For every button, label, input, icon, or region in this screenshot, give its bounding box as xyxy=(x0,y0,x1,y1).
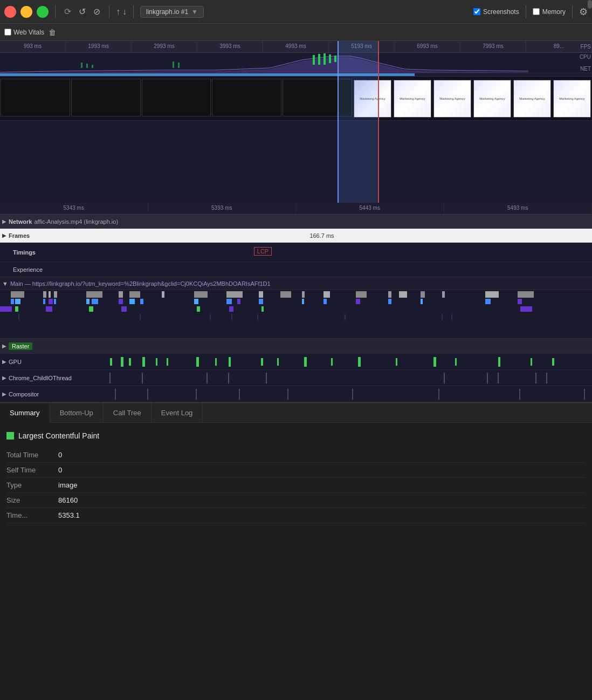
upload-area: ↑ ↓ xyxy=(116,7,127,17)
memory-toggle[interactable]: Memory xyxy=(533,8,566,16)
io-label: Chrome_ChildIOThread xyxy=(9,375,72,381)
webvitals-label: Web Vitals xyxy=(13,29,44,36)
tab-call-tree[interactable]: Call Tree xyxy=(104,403,152,422)
raster-label: Raster xyxy=(9,342,32,350)
main-thread-activity xyxy=(0,290,592,339)
upload-button[interactable]: ↑ xyxy=(116,7,120,17)
ss-text-3: Marketing Agency xyxy=(439,97,465,100)
recording-selector[interactable]: linkgraph.io #1 ▼ xyxy=(140,6,204,18)
close-button[interactable] xyxy=(4,6,16,18)
main-thread-expand[interactable]: ▼ xyxy=(2,280,8,287)
settings-button[interactable]: ⚙ xyxy=(579,6,588,18)
screenshot-6-img: Marketing Agency xyxy=(554,80,590,117)
gpu-row: ▶ GPU xyxy=(0,354,592,370)
memory-checkbox[interactable] xyxy=(533,8,540,15)
gpu-content xyxy=(99,354,592,369)
maximize-button[interactable] xyxy=(37,6,49,18)
svg-rect-16 xyxy=(119,291,123,298)
recording-label-text: linkgraph.io #1 xyxy=(146,8,188,16)
reload-button[interactable]: ↺ xyxy=(77,5,88,18)
svg-rect-30 xyxy=(485,291,499,298)
screenshot-6: Marketing Agency xyxy=(553,80,591,118)
overview-timeline: 993 ms 1993 ms 2993 ms 3993 ms 4993 ms 5… xyxy=(0,41,592,203)
svg-rect-52 xyxy=(518,299,522,304)
type-label: Type xyxy=(6,481,50,489)
svg-rect-75 xyxy=(167,358,168,366)
ss-empty-4 xyxy=(212,79,281,116)
self-time-value: 0 xyxy=(58,466,62,474)
compositor-expand[interactable]: ▶ xyxy=(2,391,6,397)
screenshot-5: Marketing Agency xyxy=(513,80,551,118)
divider-5 xyxy=(572,5,573,18)
ss-text-6: Marketing Agency xyxy=(559,97,585,100)
frames-expand[interactable]: ▶ xyxy=(2,232,6,238)
svg-rect-19 xyxy=(194,291,208,298)
network-row: ▶ Network affic-Analysis.mp4 (linkgraph.… xyxy=(0,215,592,229)
minimize-button[interactable] xyxy=(20,6,32,18)
svg-rect-59 xyxy=(229,306,233,312)
svg-rect-88 xyxy=(531,358,532,366)
svg-rect-11 xyxy=(11,291,24,298)
network-label: Network xyxy=(9,218,32,225)
io-content xyxy=(99,370,592,386)
network-expand[interactable]: ▶ xyxy=(2,218,6,224)
svg-rect-33 xyxy=(15,299,20,304)
gpu-label-area: ▶ GPU xyxy=(2,359,99,365)
self-time-label: Self Time xyxy=(6,466,50,474)
fps-chart: // Generate fps bars inline via JS below xyxy=(0,53,592,73)
svg-rect-21 xyxy=(259,291,263,298)
raster-expand[interactable]: ▶ xyxy=(2,343,6,349)
io-expand[interactable]: ▶ xyxy=(2,375,6,381)
ss-empty-3 xyxy=(142,79,211,116)
webvitals-toggle[interactable]: Web Vitals xyxy=(4,29,44,36)
svg-rect-48 xyxy=(356,299,360,304)
net-row xyxy=(0,73,592,77)
svg-rect-29 xyxy=(442,291,445,298)
type-row: Type image xyxy=(6,478,586,493)
svg-rect-76 xyxy=(196,357,199,367)
lcp-label: LCP xyxy=(257,248,269,255)
divider-4 xyxy=(526,5,526,18)
net-bar xyxy=(0,73,415,76)
fps-axis-label: FPS xyxy=(581,41,591,53)
zoom-tick-0: 5343 ms xyxy=(0,203,148,214)
svg-rect-25 xyxy=(356,291,367,298)
svg-rect-22 xyxy=(280,291,291,298)
svg-rect-17 xyxy=(129,291,140,298)
webvitals-checkbox[interactable] xyxy=(4,29,11,36)
screenshots-toggle[interactable]: Screenshots xyxy=(473,8,519,16)
download-button[interactable]: ↓ xyxy=(122,7,127,17)
tab-bottom-up[interactable]: Bottom-Up xyxy=(50,403,104,422)
svg-rect-58 xyxy=(197,306,200,312)
size-row: Size 86160 xyxy=(6,493,586,508)
back-button[interactable]: ⟳ xyxy=(62,5,73,18)
timings-label: Timings xyxy=(13,249,36,256)
stop-button[interactable]: ⊘ xyxy=(91,5,102,18)
screenshots-checkbox[interactable] xyxy=(473,8,480,15)
tick-2: 2993 ms xyxy=(132,41,197,52)
timings-row: Timings LCP xyxy=(0,243,592,262)
network-file-label: affic-Analysis.mp4 (linkgraph.io) xyxy=(34,218,118,225)
svg-rect-47 xyxy=(323,299,327,304)
task-group-1 xyxy=(11,291,534,298)
tick-7: 7993 ms xyxy=(460,41,526,52)
tab-event-log[interactable]: Event Log xyxy=(152,403,203,422)
zoom-ruler: 5343 ms 5393 ms 5443 ms 5493 ms xyxy=(0,203,592,215)
svg-rect-85 xyxy=(433,357,436,367)
screenshot-2: Marketing Agency xyxy=(394,80,431,118)
svg-rect-14 xyxy=(54,291,57,298)
svg-rect-70 xyxy=(110,358,112,366)
svg-rect-37 xyxy=(86,299,90,304)
svg-rect-46 xyxy=(302,299,304,304)
svg-rect-89 xyxy=(552,358,554,366)
main-thread-svg xyxy=(0,290,592,338)
tab-summary[interactable]: Summary xyxy=(0,403,50,423)
gpu-expand[interactable]: ▶ xyxy=(2,359,6,365)
ss-text-2: Marketing Agency xyxy=(400,97,425,100)
self-time-row: Self Time 0 xyxy=(6,463,586,478)
svg-rect-43 xyxy=(226,299,232,304)
clear-button[interactable]: 🗑 xyxy=(49,28,56,37)
io-thread-row: ▶ Chrome_ChildIOThread xyxy=(0,370,592,386)
size-value: 86160 xyxy=(58,496,78,504)
svg-rect-24 xyxy=(323,291,330,298)
